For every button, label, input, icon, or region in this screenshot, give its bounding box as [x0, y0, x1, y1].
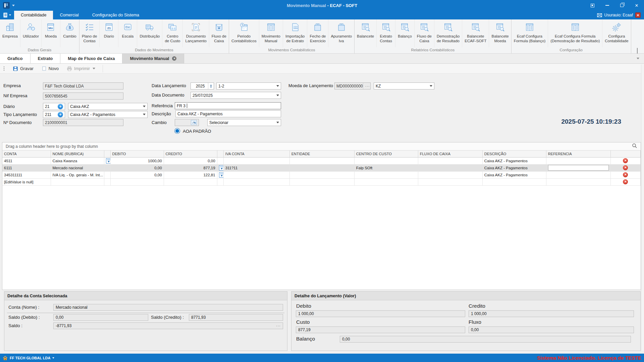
- ribbon-button-diario[interactable]: 21Diario: [100, 19, 118, 47]
- cell-credito[interactable]: [164, 178, 217, 185]
- ribbon-tab-contabilidade[interactable]: Contabilidade: [14, 11, 53, 19]
- grid-row[interactable]: 4511Caixa Kwanza1000,000,00Caixa AKZ - P…: [2, 157, 641, 164]
- cell-credito-lookup[interactable]: [217, 157, 223, 164]
- cell-nome-lookup[interactable]: [104, 157, 110, 164]
- cell-referencia[interactable]: [546, 164, 610, 171]
- ellipsis-button[interactable]: ···: [274, 323, 281, 329]
- lookup-button[interactable]: [219, 165, 224, 171]
- vertical-scrollbar[interactable]: [641, 64, 644, 351]
- document-tab-movimento-manual[interactable]: Movimento Manual✕: [122, 54, 184, 63]
- ribbon-button-balancete-ecaf-soft[interactable]: Balancete ECAF-SOFT: [462, 19, 489, 47]
- cell-conta[interactable]: 345311111: [2, 171, 51, 178]
- ribbon-button-ecaf-configura-formula-balan-o[interactable]: Ecaf Configura Formula (Balanço): [512, 19, 548, 47]
- ribbon-button-fecho-de-exercicio[interactable]: Fecho de Exercicio: [307, 19, 328, 47]
- cell-fluxo-caixa[interactable]: [418, 178, 482, 185]
- saldo-field[interactable]: -8771,93···: [53, 322, 283, 329]
- diario-add-button[interactable]: +: [58, 104, 63, 109]
- company-selector[interactable]: FF TECH GLOBAL LDA: [0, 356, 54, 360]
- ribbon-button-balancete[interactable]: Balancete: [355, 19, 377, 47]
- print-button[interactable]: Imprimir: [63, 65, 99, 73]
- cell-debito[interactable]: 0,00: [110, 164, 164, 171]
- lookup-button[interactable]: [106, 158, 111, 164]
- search-icon[interactable]: [632, 143, 637, 149]
- cell-credito[interactable]: 0,00: [164, 157, 217, 164]
- cell-nome-lookup[interactable]: [104, 164, 110, 171]
- column-header-debito[interactable]: DEBITO: [110, 150, 164, 157]
- ribbon-collapse-button[interactable]: [637, 49, 640, 52]
- ribbon-button-cambio[interactable]: $Cambio: [60, 19, 79, 47]
- ribbon-button-empresa[interactable]: Empresa: [0, 19, 20, 47]
- cell-conta[interactable]: 4511: [2, 157, 51, 164]
- cell-delete[interactable]: ✕: [610, 164, 640, 171]
- lookup-button[interactable]: [219, 172, 224, 178]
- close-button[interactable]: ✕: [629, 0, 644, 11]
- ribbon-button-plano-de-contas[interactable]: Plano de Contas: [79, 19, 100, 47]
- document-tab-extrato[interactable]: Extrato: [31, 54, 61, 63]
- moeda-dropdown[interactable]: KZ: [374, 82, 434, 89]
- cell-nome[interactable]: [51, 178, 104, 185]
- column-header-descri-o[interactable]: DESCRIÇÃO: [482, 150, 546, 157]
- ribbon-button-demostra-o-de-resultado[interactable]: Demostração de Resultado: [434, 19, 462, 47]
- column-header-nome-rubrica[interactable]: NOME (RUBRICA): [51, 150, 104, 157]
- save-button[interactable]: Gravar: [9, 65, 38, 73]
- moeda-code-field[interactable]: MD000000000···: [334, 82, 371, 89]
- referencia-inline-editor[interactable]: [548, 165, 609, 171]
- periodo-dropdown[interactable]: 1-2: [216, 82, 281, 89]
- cell-fluxo-caixa[interactable]: [418, 164, 482, 171]
- cell-entidade[interactable]: [289, 164, 354, 171]
- ribbon-button-fluxo-de-caixa[interactable]: Fluxo de Caixa: [209, 19, 229, 47]
- cell-credito[interactable]: 877,19: [164, 164, 217, 171]
- cell-descricao[interactable]: Caixa AKZ - Pagamentos: [482, 171, 546, 178]
- balanco-field[interactable]: 0,00: [340, 336, 631, 343]
- column-header-centro-de-custo[interactable]: CENTRO DE CUSTO: [354, 150, 418, 157]
- num-documento-field[interactable]: 2100000001: [43, 119, 123, 126]
- grid-empty-area[interactable]: [2, 186, 641, 290]
- cell-entidade[interactable]: [289, 178, 354, 185]
- cell-centro-custo[interactable]: Falp SOft: [354, 164, 418, 171]
- cell-nome[interactable]: IVA Liq. - Op. gerais - M. Int...: [51, 171, 104, 178]
- ano-spinner[interactable]: 2025: [191, 82, 214, 89]
- new-button[interactable]: Novo: [38, 65, 63, 73]
- cell-referencia[interactable]: [546, 157, 610, 164]
- ribbon-button-configura-contabilidade[interactable]: Configura Contabilidade: [602, 19, 631, 47]
- cell-credito-lookup[interactable]: [217, 178, 223, 185]
- cell-iva-conta[interactable]: [223, 171, 289, 178]
- cambio-field[interactable]: ↓%: [175, 119, 199, 126]
- data-documento-dropdown[interactable]: 25/07/2025: [191, 92, 281, 99]
- ribbon-button-moeda[interactable]: MoMoeda: [42, 19, 60, 47]
- delete-row-button[interactable]: ✕: [623, 179, 628, 184]
- grid-row[interactable]: [EditValue is null]✕: [2, 178, 641, 185]
- column-header-entidade[interactable]: ENTIDADE: [289, 150, 354, 157]
- ribbon-button-centro-de-custo[interactable]: Centro de Custo: [162, 19, 183, 47]
- logout-button[interactable]: ✕: [635, 12, 641, 18]
- saldo-debito-field[interactable]: 0,00: [53, 314, 148, 321]
- cell-referencia[interactable]: [546, 178, 610, 185]
- ribbon-button-escala[interactable]: EscEscala: [118, 19, 137, 47]
- ellipsis-button[interactable]: ···: [363, 83, 370, 89]
- cell-iva-conta[interactable]: [223, 178, 289, 185]
- tab-list-caret-icon[interactable]: [637, 58, 639, 59]
- ribbon-button-balan-o[interactable]: Balanço: [395, 19, 415, 47]
- fit-window-button[interactable]: [585, 0, 600, 11]
- ribbon-button-apuramento-iva[interactable]: Apuramento Iva: [328, 19, 354, 47]
- cell-nome-lookup[interactable]: [104, 171, 110, 178]
- exchange-rate-icon[interactable]: ↓%: [191, 120, 197, 125]
- delete-row-button[interactable]: ✕: [623, 158, 628, 163]
- ribbon-button-fluxo-de-caixa[interactable]: Fluxo de Caixa: [415, 19, 434, 47]
- delete-row-button[interactable]: ✕: [623, 172, 628, 177]
- ribbon-tab-configura-o-do-sistema[interactable]: Configuração do Sistema: [86, 11, 146, 19]
- ribbon-button-documento-lan-amento[interactable]: Documento Lançamento: [183, 19, 209, 47]
- document-tab-grafico[interactable]: Grafico: [0, 54, 31, 63]
- ribbon-button-movimento-manual[interactable]: Movimento Manual: [259, 19, 283, 47]
- ribbon-button-distribui-o[interactable]: Distribuição: [137, 19, 162, 47]
- ribbon-button-importa-o-de-extrato[interactable]: EXEImportação de Extrato: [283, 19, 308, 47]
- nif-empresa-field[interactable]: 5007656545: [43, 93, 123, 100]
- fluxo-field[interactable]: 0,00: [469, 326, 634, 333]
- column-header-credito[interactable]: CREDITO: [164, 150, 217, 157]
- ribbon-button-periodo-contabil-sticos[interactable]: Periodo Contabilísticos: [229, 19, 259, 47]
- cell-credito[interactable]: 122,81: [164, 171, 217, 178]
- tipo-dropdown[interactable]: Caixa AKZ - Pagamentos: [68, 111, 148, 118]
- cell-descricao[interactable]: Caixa AKZ - Pagamentos: [482, 164, 546, 171]
- tipo-code-field[interactable]: 211+: [43, 111, 65, 118]
- cell-descricao[interactable]: [482, 178, 546, 185]
